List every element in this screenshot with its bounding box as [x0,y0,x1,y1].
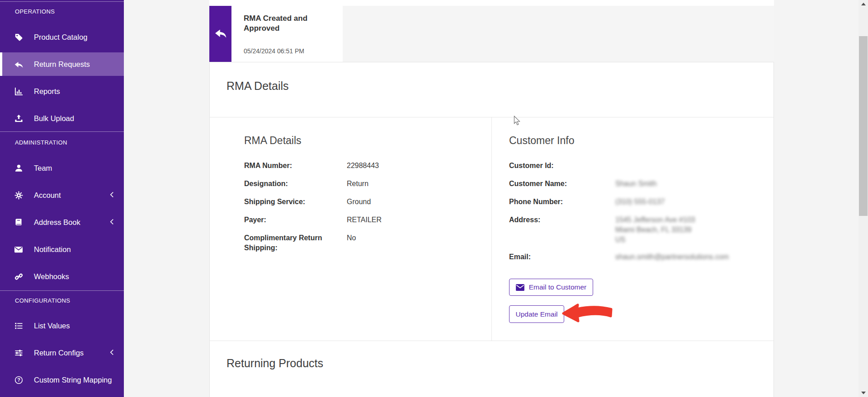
field-label-phone-number: Phone Number: [509,197,611,207]
envelope-icon [13,244,24,254]
field-value-address-line2: Miami Beach, FL 33139 [615,225,691,235]
field-value-designation: Return [347,179,368,189]
sidebar-divider [0,290,124,291]
user-icon [13,163,24,173]
field-value-phone-number: (310) 555-0137 [615,197,665,207]
field-label-complimentary-return-shipping: Complimentary Return Shipping: [244,233,332,253]
field-value-customer-name: Shaun Smith [615,179,657,189]
sidebar-item-bulk-upload[interactable]: Bulk Upload [0,107,124,130]
field-value-payer: RETAILER [347,215,382,225]
field-value-address-line1: 1545 Jefferson Ave #103 [615,215,695,225]
field-label-rma-number: RMA Number: [244,161,332,171]
field-value-address-line3: US [615,235,625,245]
sidebar-item-return-requests[interactable]: Return Requests [0,52,124,76]
sidebar-item-return-configs[interactable]: Return Configs [0,341,124,364]
svg-text:?: ? [17,377,20,383]
chevron-left-icon [110,218,114,227]
sidebar-section-administration: ADMINISTRATION [15,139,67,146]
tag-icon [13,32,24,42]
sidebar-item-label: Team [34,164,52,173]
sidebar-item-reports[interactable]: Reports [0,79,124,103]
sidebar-item-webhooks[interactable]: Webhooks [0,265,124,288]
sidebar-item-product-catalog[interactable]: Product Catalog [0,25,124,49]
field-label-customer-id: Customer Id: [509,161,611,171]
sliders-icon [13,348,24,358]
status-header-band: RMA Created and Approved 05/24/2024 06:5… [209,6,774,62]
field-label-designation: Designation: [244,179,332,189]
top-white-strip [209,0,774,6]
field-label-email: Email: [509,252,611,262]
sidebar-item-label: Return Configs [34,349,84,357]
sidebar-item-label: Bulk Upload [34,114,74,123]
question-circle-icon: ? [13,375,24,385]
annotation-arrow-icon [561,302,614,326]
email-to-customer-label: Email to Customer [529,283,586,291]
gear-icon [13,190,24,200]
returning-products-title: Returning Products [226,357,323,370]
field-value-rma-number: 22988443 [347,161,379,171]
sidebar-item-notification[interactable]: Notification [0,238,124,261]
page-title: RMA Details [226,79,289,93]
field-label-shipping-service: Shipping Service: [244,197,332,207]
customer-info-heading: Customer Info [509,135,574,147]
rma-details-heading: RMA Details [244,135,302,147]
sidebar-item-label: List Values [34,322,70,330]
field-value-email: shaun.smith@partnersolutions.com [615,252,729,262]
triangle-up-icon [861,3,866,5]
back-button[interactable] [209,6,231,62]
email-to-customer-button[interactable]: Email to Customer [509,279,593,296]
scroll-up-button[interactable] [859,0,868,8]
link-icon [13,271,24,281]
field-label-customer-name: Customer Name: [509,179,611,189]
sidebar-item-team[interactable]: Team [0,156,124,180]
sidebar-divider [0,131,124,132]
status-title-tile: RMA Created and Approved 05/24/2024 06:5… [231,6,343,62]
sidebar-item-label: Product Catalog [34,33,87,42]
sidebar-item-label: Return Requests [34,60,90,69]
reply-icon [215,27,226,41]
rma-details-card: RMA Details RMA Details RMA Number: 2298… [209,62,774,397]
chevron-left-icon [110,191,114,200]
sidebar-item-label: Account [34,191,61,200]
update-email-button[interactable]: Update Email [509,305,564,323]
divider [210,341,774,341]
reply-icon [13,59,24,69]
sidebar-item-account[interactable]: Account [0,183,124,207]
field-value-complimentary-return-shipping: No [347,233,356,243]
address-book-icon [13,217,24,227]
status-timestamp: 05/24/2024 06:51 PM [244,47,304,55]
sidebar-item-address-book[interactable]: Address Book [0,210,124,234]
chevron-left-icon [110,349,114,357]
sidebar-item-custom-string-mapping[interactable]: ? Custom String Mapping [0,368,124,392]
column-divider [491,117,492,341]
field-label-address: Address: [509,215,611,225]
status-title: RMA Created and Approved [244,14,326,33]
sidebar-divider [0,1,124,2]
vertical-scrollbar[interactable] [859,0,868,397]
sidebar-item-label: Reports [34,87,60,96]
bar-chart-icon [13,86,24,96]
field-label-payer: Payer: [244,215,332,225]
sidebar-item-label: Webhooks [34,272,69,281]
sidebar: OPERATIONS Product Catalog Return Reques… [0,0,124,397]
envelope-icon [516,284,524,291]
scrollbar-thumb[interactable] [859,36,868,216]
triangle-down-icon [861,392,866,394]
sidebar-item-label: Notification [34,245,71,254]
field-value-shipping-service: Ground [347,197,371,207]
sidebar-section-operations: OPERATIONS [15,8,55,15]
sidebar-item-list-values[interactable]: List Values [0,314,124,337]
list-icon [13,321,24,331]
upload-icon [13,113,24,123]
sidebar-section-configurations: CONFIGURATIONS [15,297,70,304]
sidebar-item-label: Address Book [34,218,80,227]
sidebar-item-label: Custom String Mapping [34,376,112,384]
scroll-down-button[interactable] [859,389,868,397]
update-email-label: Update Email [515,310,557,318]
